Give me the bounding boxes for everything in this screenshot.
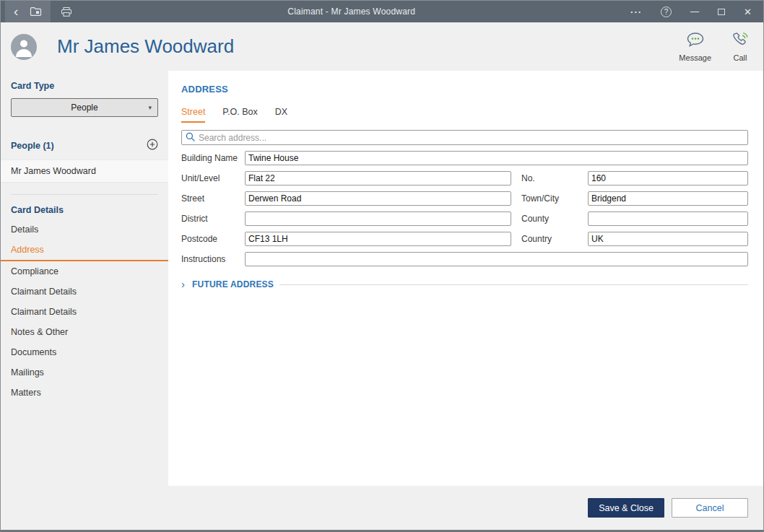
sidebar-item-mailings[interactable]: Mailings: [1, 362, 168, 383]
card-type-label: Card Type: [1, 81, 168, 91]
postcode-field[interactable]: [245, 232, 511, 246]
chevron-down-icon: ▾: [148, 104, 152, 111]
card-type-value: People: [71, 103, 97, 113]
sidebar-item-claimant-details-2[interactable]: Claimant Details: [1, 302, 168, 322]
sidebar-item-notes-other[interactable]: Notes & Other: [1, 322, 168, 342]
call-button[interactable]: Call: [732, 31, 749, 62]
search-icon: [186, 131, 195, 144]
county-field[interactable]: [588, 212, 748, 226]
address-form: Building Name Unit/Level No. Street Town…: [181, 151, 748, 266]
call-label: Call: [734, 53, 747, 62]
main-panel: ADDRESS Street P.O. Box DX Building Name: [168, 71, 763, 486]
card-details-header: Card Details: [1, 205, 168, 215]
sidebar-divider: [11, 194, 158, 195]
future-address-section[interactable]: › FUTURE ADDRESS: [181, 279, 748, 289]
cancel-button[interactable]: Cancel: [672, 498, 748, 518]
future-address-label: FUTURE ADDRESS: [192, 279, 274, 289]
titlebar-nav-group: ‹: [5, 1, 51, 22]
call-icon: [732, 31, 749, 51]
chevron-right-icon: ›: [181, 279, 185, 289]
add-person-icon[interactable]: [147, 139, 158, 153]
district-field[interactable]: [245, 212, 511, 226]
section-title-address: ADDRESS: [181, 84, 748, 95]
print-icon[interactable]: [61, 6, 72, 17]
sidebar-item-matters[interactable]: Matters: [1, 383, 168, 403]
country-field[interactable]: [588, 232, 748, 246]
folder-icon[interactable]: [30, 6, 42, 17]
card-header: Mr James Woodward Message: [1, 22, 763, 71]
more-options-icon[interactable]: ···: [630, 6, 642, 17]
address-search-box: [181, 130, 748, 145]
tab-po-box[interactable]: P.O. Box: [222, 107, 257, 123]
town-city-label: Town/City: [521, 193, 588, 204]
instructions-field[interactable]: [245, 252, 748, 266]
street-label: Street: [181, 193, 245, 204]
address-tabs: Street P.O. Box DX: [181, 107, 748, 123]
footer: Save & Close Cancel: [1, 486, 763, 530]
app-window: ‹ Claimant - Mr James Woodward ··· ? — ✕: [0, 0, 764, 532]
page-title: Mr James Woodward: [57, 35, 234, 58]
sidebar-item-documents[interactable]: Documents: [1, 342, 168, 362]
minimize-icon[interactable]: —: [690, 6, 699, 17]
message-label: Message: [679, 53, 711, 62]
building-name-field[interactable]: [245, 151, 748, 165]
district-label: District: [181, 214, 245, 224]
window-title: Claimant - Mr James Woodward: [72, 6, 630, 17]
country-label: Country: [521, 234, 588, 244]
county-label: County: [521, 214, 588, 224]
tab-street[interactable]: Street: [181, 107, 205, 123]
sidebar-item-compliance[interactable]: Compliance: [1, 261, 168, 282]
no-field[interactable]: [588, 171, 748, 186]
help-icon[interactable]: ?: [661, 6, 672, 17]
instructions-label: Instructions: [181, 254, 245, 264]
street-field[interactable]: [245, 191, 511, 206]
window-controls: ··· ? — ✕: [630, 6, 763, 17]
postcode-label: Postcode: [181, 234, 245, 244]
card-type-dropdown[interactable]: People ▾: [11, 98, 158, 117]
people-header-label: People (1): [11, 141, 147, 151]
save-close-button[interactable]: Save & Close: [588, 498, 664, 518]
sidebar: Card Type People ▾ People (1) Mr James W…: [1, 71, 168, 486]
tab-dx[interactable]: DX: [275, 107, 287, 123]
message-button[interactable]: Message: [679, 31, 711, 62]
close-icon[interactable]: ✕: [744, 6, 752, 17]
list-item-person[interactable]: Mr James Woodward: [1, 160, 168, 183]
titlebar: ‹ Claimant - Mr James Woodward ··· ? — ✕: [1, 1, 763, 22]
message-icon: [686, 31, 705, 51]
search-input[interactable]: [199, 133, 744, 143]
body: Card Type People ▾ People (1) Mr James W…: [1, 71, 763, 486]
unit-level-field[interactable]: [245, 171, 511, 186]
future-address-divider: [279, 284, 748, 285]
people-header: People (1): [1, 139, 168, 153]
sidebar-item-address[interactable]: Address: [1, 240, 168, 261]
maximize-icon[interactable]: [718, 9, 725, 15]
header-actions: Message Call: [679, 31, 749, 62]
no-label: No.: [521, 173, 588, 183]
building-name-label: Building Name: [181, 153, 245, 163]
unit-level-label: Unit/Level: [181, 173, 245, 183]
back-icon[interactable]: ‹: [14, 4, 18, 18]
town-city-field[interactable]: [588, 191, 748, 206]
sidebar-item-details[interactable]: Details: [1, 219, 168, 240]
avatar: [11, 34, 37, 60]
sidebar-item-claimant-details-1[interactable]: Claimant Details: [1, 282, 168, 302]
